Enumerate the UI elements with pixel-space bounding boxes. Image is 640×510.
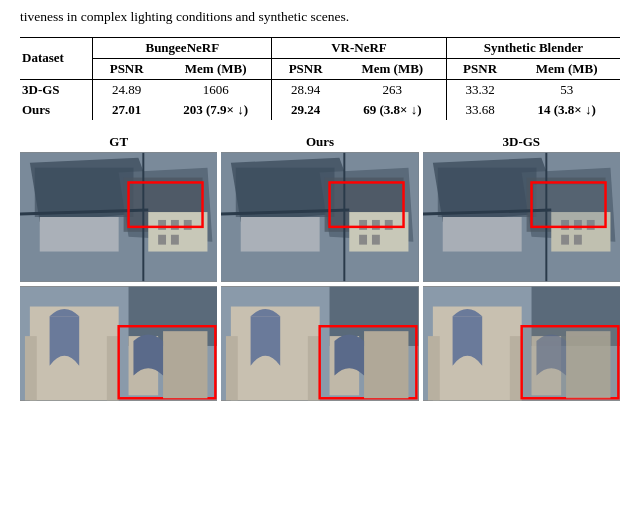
gt-top-image <box>20 152 217 282</box>
3dgs-bottom-image <box>423 286 620 401</box>
svg-rect-39 <box>442 217 521 252</box>
syn-psnr-ours: 33.68 <box>446 100 513 120</box>
syn-psnr-3dgs: 33.32 <box>446 79 513 100</box>
syn-mem-header: Mem (MB) <box>513 58 620 79</box>
bungee-mem-3dgs: 1606 <box>160 79 272 100</box>
results-table: Dataset BungeeNeRF VR-NeRF Synthetic Ble… <box>20 37 620 120</box>
vr-psnr-ours: 29.24 <box>272 100 339 120</box>
vr-header: VR-NeRF <box>272 37 446 58</box>
svg-rect-25 <box>372 220 380 230</box>
bungee-psnr-3dgs: 24.89 <box>93 79 160 100</box>
vr-psnr-header: PSNR <box>272 58 339 79</box>
image-grid-bottom <box>20 286 620 401</box>
svg-rect-7 <box>40 217 119 252</box>
vr-mem-3dgs: 263 <box>339 79 446 100</box>
syn-psnr-header: PSNR <box>446 58 513 79</box>
svg-rect-74 <box>531 336 610 395</box>
svg-rect-68 <box>509 336 521 400</box>
dataset-header: Dataset <box>20 37 93 79</box>
svg-rect-43 <box>561 235 569 245</box>
svg-rect-44 <box>574 235 582 245</box>
gt-bottom-cell <box>20 286 217 401</box>
ours-bottom-cell <box>221 286 418 401</box>
3dgs-top-image <box>423 152 620 282</box>
svg-rect-10 <box>184 220 192 230</box>
svg-rect-67 <box>428 336 440 400</box>
gt-label: GT <box>20 134 217 150</box>
svg-rect-22 <box>350 212 409 251</box>
intro-text: tiveness in complex lighting conditions … <box>20 8 620 27</box>
svg-rect-23 <box>241 217 320 252</box>
method-3dgs: 3D-GS <box>20 79 93 100</box>
svg-rect-26 <box>385 220 393 230</box>
3dgs-bottom-cell <box>423 286 620 401</box>
svg-rect-12 <box>171 235 179 245</box>
svg-rect-9 <box>171 220 179 230</box>
svg-rect-24 <box>359 220 367 230</box>
method-ours: Ours <box>20 100 93 120</box>
gt-top-cell: GT <box>20 134 217 282</box>
bungee-header: BungeeNeRF <box>93 37 272 58</box>
svg-rect-45 <box>533 184 605 226</box>
svg-rect-8 <box>158 220 166 230</box>
ours-label: Ours <box>221 134 418 150</box>
vr-mem-header: Mem (MB) <box>339 58 446 79</box>
svg-rect-51 <box>25 336 37 400</box>
syn-mem-ours: 14 (3.8× ↓) <box>513 100 620 120</box>
ours-bottom-image <box>221 286 418 401</box>
gt-bottom-image <box>20 286 217 401</box>
ours-top-cell: Ours <box>221 134 418 282</box>
svg-rect-28 <box>372 235 380 245</box>
svg-rect-59 <box>226 336 238 400</box>
vr-mem-ours: 69 (3.8× ↓) <box>339 100 446 120</box>
svg-rect-52 <box>107 336 119 400</box>
vr-psnr-3dgs: 28.94 <box>272 79 339 100</box>
bungee-mem-header: Mem (MB) <box>160 58 272 79</box>
bungee-mem-ours: 203 (7.9× ↓) <box>160 100 272 120</box>
image-grid-top: GT <box>20 134 620 282</box>
syn-mem-3dgs: 53 <box>513 79 620 100</box>
svg-rect-6 <box>148 212 207 251</box>
bungee-psnr-header: PSNR <box>93 58 160 79</box>
svg-rect-64 <box>364 331 408 398</box>
svg-rect-56 <box>163 331 207 398</box>
ours-top-image <box>221 152 418 282</box>
3dgs-label: 3D-GS <box>423 134 620 150</box>
svg-rect-60 <box>308 336 320 400</box>
bungee-psnr-ours: 27.01 <box>93 100 160 120</box>
3dgs-top-cell: 3D-GS <box>423 134 620 282</box>
synthetic-header: Synthetic Blender <box>446 37 620 58</box>
svg-rect-27 <box>359 235 367 245</box>
svg-rect-11 <box>158 235 166 245</box>
